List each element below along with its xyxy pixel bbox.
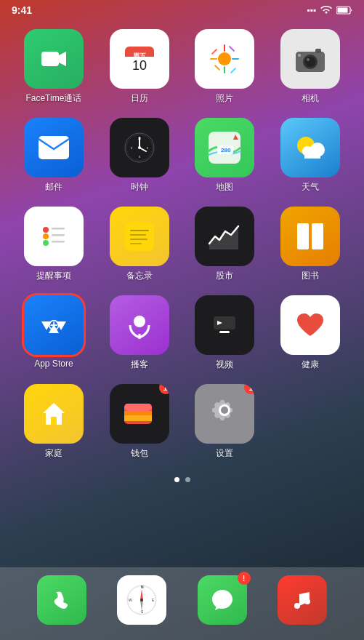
status-right: ▪▪▪ [307,5,352,15]
svg-rect-66 [124,411,152,415]
app-icon-weather [280,118,340,177]
svg-rect-54 [130,239,147,240]
app-icon-maps: 280 [195,118,254,177]
svg-rect-17 [229,46,235,52]
app-label-clock: 时钟 [131,181,148,193]
app-icon-podcasts [110,295,169,355]
app-item-settings[interactable]: 1设置 [186,384,264,460]
app-label-podcasts: 播客 [131,359,148,371]
svg-rect-11 [224,66,225,73]
svg-point-46 [43,233,49,239]
dock-music-icon [278,575,327,625]
svg-point-69 [221,407,228,414]
app-icon-wallet: 1 [110,384,169,444]
app-item-appletv[interactable]: 视频 [186,295,264,371]
svg-point-30 [138,146,141,149]
app-item-home[interactable]: 家庭 [15,384,93,460]
app-icon-settings: 1 [195,384,254,444]
dock-item-safari[interactable]: N S W E [117,575,166,625]
app-item-appstore[interactable]: ⊕ App Store [15,295,93,371]
battery-icon [336,6,352,15]
svg-rect-56 [297,223,309,249]
dock-item-messages[interactable]: ! [198,575,247,625]
app-item-camera[interactable]: 相机 [271,29,349,105]
app-label-photos: 照片 [216,92,233,105]
svg-rect-65 [124,404,152,411]
svg-rect-10 [224,44,225,52]
app-icon-camera [280,29,340,89]
app-item-maps[interactable]: 280 地图 [186,118,264,193]
app-icon-photos [195,29,254,89]
dock-item-phone[interactable] [37,575,86,625]
app-item-calendar[interactable]: 周五 10 日历 [100,29,179,105]
app-label-health: 健康 [302,359,319,371]
app-item-health[interactable]: 健康 [271,295,349,371]
svg-rect-23 [315,49,321,53]
app-icon-appstore: ⊕ [24,295,84,355]
svg-rect-63 [51,417,57,425]
svg-rect-52 [130,230,149,231]
app-label-facetime: FaceTime通话 [25,92,81,105]
svg-rect-53 [130,234,146,236]
app-label-appletv: 视频 [216,359,233,371]
app-item-facetime[interactable]: FaceTime通话 [15,29,93,105]
app-label-stocks: 股市 [216,270,233,282]
app-label-settings: 设置 [216,447,233,460]
svg-rect-55 [130,243,142,244]
svg-point-43 [302,146,312,156]
svg-point-22 [307,58,310,61]
svg-rect-13 [232,58,239,60]
status-bar: 9:41 ▪▪▪ [0,0,364,20]
app-icon-reminders [24,207,84,266]
svg-rect-49 [52,234,65,236]
app-icon-stocks [195,207,254,266]
settings-badge: 1 [244,384,254,394]
app-label-notes: 备忘录 [126,270,153,282]
app-item-mail[interactable]: 邮件 [15,118,93,193]
messages-badge: ! [238,572,251,585]
svg-text:W: W [129,598,132,602]
app-grid: FaceTime通话 周五 10 日历 照片 相机邮件 [0,20,364,460]
app-label-appstore: App Store [34,359,73,369]
app-label-mail: 邮件 [45,181,62,193]
svg-point-21 [305,57,315,67]
svg-rect-62 [219,331,230,333]
page-dot-2 [185,477,190,482]
svg-point-47 [43,240,49,246]
app-item-clock[interactable]: 12 3 6 9 时钟 [100,118,179,193]
page-dots [0,477,364,482]
app-item-photos[interactable]: 照片 [186,29,264,105]
svg-point-9 [218,52,231,65]
svg-point-74 [140,599,143,601]
app-label-home: 家庭 [45,447,62,460]
dock-safari-icon: N S W E [117,575,166,625]
app-label-books: 图书 [302,270,319,282]
svg-rect-15 [230,68,236,73]
svg-point-45 [43,227,49,233]
svg-text:12: 12 [137,137,141,140]
svg-point-59 [134,316,145,327]
dock: N S W E ! [0,567,364,640]
svg-marker-3 [59,52,66,66]
dock-item-music[interactable] [278,575,327,625]
app-label-wallet: 钱包 [131,447,148,460]
svg-rect-16 [214,65,220,71]
svg-rect-51 [125,222,154,251]
dock-phone-icon [37,575,86,625]
app-item-wallet[interactable]: 1钱包 [100,384,179,460]
app-item-reminders[interactable]: 提醒事项 [15,207,93,282]
svg-rect-2 [41,52,59,66]
app-label-camera: 相机 [302,92,319,105]
svg-rect-14 [211,49,217,55]
app-icon-notes [110,207,169,266]
svg-text:⊕: ⊕ [47,316,60,334]
app-icon-appletv [195,295,254,355]
svg-point-24 [298,54,301,57]
app-item-books[interactable]: 图书 [271,207,349,282]
app-item-podcasts[interactable]: 播客 [100,295,179,371]
app-item-stocks[interactable]: 股市 [186,207,264,282]
svg-text:N: N [141,585,144,589]
app-label-reminders: 提醒事项 [36,270,71,282]
app-item-weather[interactable]: 天气 [271,118,349,193]
app-item-notes[interactable]: 备忘录 [100,207,179,282]
